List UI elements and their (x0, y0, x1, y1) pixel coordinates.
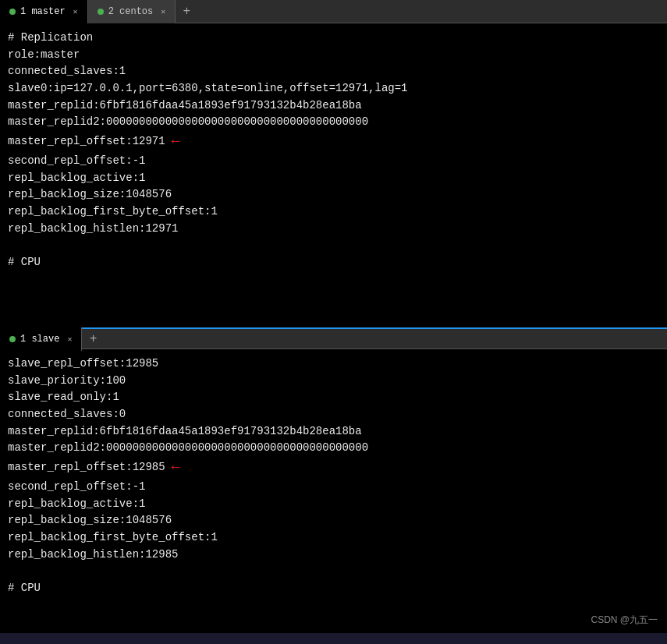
top-line-6: master_repl_offset:12971 ← (8, 131, 659, 153)
top-line-6-text: master_repl_offset:12971 (8, 133, 165, 150)
bot-line-6-text: master_repl_offset:12985 (8, 459, 165, 476)
top-tab-bar: 1 master ✕ 2 centos ✕ + (0, 0, 667, 23)
tab-label-master: 1 master (20, 6, 66, 17)
bot-line-6: master_repl_offset:12985 ← (8, 457, 659, 479)
bottom-area: 1 slave ✕ + slave_repl_offset:12985 slav… (0, 327, 667, 633)
watermark: CSDN @九五一 (591, 614, 658, 627)
top-line-13: # CPU (8, 254, 659, 271)
top-line-8: repl_backlog_active:1 (8, 170, 659, 187)
top-line-12 (8, 237, 659, 254)
top-line-9: repl_backlog_size:1048576 (8, 186, 659, 203)
top-line-7: second_repl_offset:-1 (8, 153, 659, 170)
tab-close-centos[interactable]: ✕ (161, 7, 165, 16)
top-line-2: connected_slaves:1 (8, 63, 659, 80)
bot-line-3: connected_slaves:0 (8, 406, 659, 423)
bot-line-5: master_replid2:0000000000000000000000000… (8, 440, 659, 457)
top-line-3: slave0:ip=127.0.0.1,port=6380,state=onli… (8, 80, 659, 97)
top-line-0: # Replication (8, 30, 659, 47)
bot-line-9: repl_backlog_size:1048576 (8, 512, 659, 529)
tab-master[interactable]: 1 master ✕ (0, 0, 88, 23)
bot-line-10: repl_backlog_first_byte_offset:1 (8, 529, 659, 547)
tab-close-slave[interactable]: ✕ (67, 334, 72, 344)
bot-line-0: slave_repl_offset:12985 (8, 356, 659, 373)
tab-dot-slave (9, 336, 16, 342)
bot-line-1: slave_priority:100 (8, 373, 659, 390)
bot-line-11: repl_backlog_histlen:12985 (8, 547, 659, 564)
tab-add-bottom[interactable]: + (82, 327, 104, 351)
bottom-terminal: slave_repl_offset:12985 slave_priority:1… (0, 349, 667, 633)
tab-add-top[interactable]: + (176, 0, 197, 23)
bottom-tab-bar: 1 slave ✕ + (0, 327, 667, 349)
bot-line-13: # CPU (8, 580, 659, 597)
tab-dot-master (9, 9, 16, 15)
top-line-5: master_replid2:0000000000000000000000000… (8, 114, 659, 131)
tab-slave[interactable]: 1 slave ✕ (0, 327, 82, 351)
top-line-4: master_replid:6fbf1816fdaa45a1893ef91793… (8, 97, 659, 115)
top-arrow-icon: ← (172, 131, 180, 153)
top-line-10: repl_backlog_first_byte_offset:1 (8, 203, 659, 221)
top-line-1: role:master (8, 47, 659, 64)
tab-dot-centos (98, 9, 104, 15)
tab-label-centos: 2 centos (108, 6, 154, 17)
bot-line-7: second_repl_offset:-1 (8, 479, 659, 496)
tab-centos[interactable]: 2 centos ✕ (88, 0, 176, 23)
bot-line-8: repl_backlog_active:1 (8, 496, 659, 513)
top-line-11: repl_backlog_histlen:12971 (8, 221, 659, 238)
tab-label-slave: 1 slave (20, 334, 59, 345)
bottom-arrow-icon: ← (172, 457, 180, 479)
tab-close-master[interactable]: ✕ (73, 7, 78, 16)
top-terminal: # Replication role:master connected_slav… (0, 23, 667, 327)
bot-line-4: master_replid:6fbf1816fdaa45a1893ef91793… (8, 423, 659, 441)
bot-line-2: slave_read_only:1 (8, 389, 659, 406)
bot-line-12 (8, 563, 659, 580)
